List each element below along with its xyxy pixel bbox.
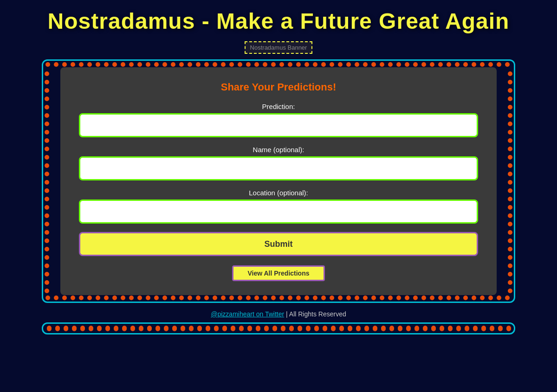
- name-input[interactable]: [79, 156, 478, 180]
- submit-button[interactable]: Submit: [79, 232, 478, 256]
- name-label: Name (optional):: [79, 146, 478, 154]
- banner-label: Nostradamus Banner: [250, 44, 307, 51]
- prediction-label: Prediction:: [79, 103, 478, 110]
- view-all-button[interactable]: View All Predictions: [232, 265, 325, 281]
- location-input[interactable]: [79, 199, 478, 224]
- page-wrapper: Nostradamus - Make a Future Great Again …: [0, 0, 557, 334]
- location-label: Location (optional):: [79, 189, 478, 197]
- footer: @pizzamiheart on Twitter | All Rights Re…: [211, 310, 346, 318]
- main-section: Share Your Predictions! Prediction: Name…: [42, 59, 515, 303]
- bottom-bar: [42, 322, 515, 334]
- twitter-link[interactable]: @pizzamiheart on Twitter: [211, 310, 284, 318]
- bottom-dots: [43, 324, 514, 333]
- footer-rights: | All Rights Reserved: [284, 310, 346, 318]
- form-card: Share Your Predictions! Prediction: Name…: [60, 67, 497, 295]
- banner-image: Nostradamus Banner: [245, 41, 313, 54]
- form-title: Share Your Predictions!: [79, 81, 478, 93]
- prediction-input[interactable]: [79, 113, 478, 137]
- page-title: Nostradamus - Make a Future Great Again: [48, 8, 510, 34]
